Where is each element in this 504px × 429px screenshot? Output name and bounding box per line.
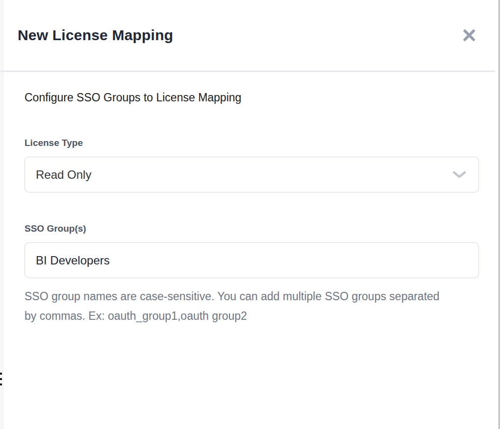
license-type-label: License Type	[25, 137, 478, 149]
window-edge-line	[499, 0, 500, 429]
sso-groups-input[interactable]	[25, 242, 479, 278]
license-type-select[interactable]: Read Only	[25, 157, 479, 192]
modal-title: New License Mapping	[18, 27, 173, 44]
right-gutter	[500, 0, 504, 429]
new-license-mapping-modal: New License Mapping Configure SSO Groups…	[3, 0, 499, 429]
sso-groups-label: SSO Group(s)	[25, 223, 478, 235]
background-list-icon	[0, 373, 2, 385]
screen: New License Mapping Configure SSO Groups…	[0, 0, 504, 429]
license-type-selected-value: Read Only	[36, 168, 91, 182]
close-button[interactable]	[458, 24, 480, 46]
background-page-sliver	[0, 0, 3, 429]
sso-groups-helper-text: SSO group names are case-sensitive. You …	[25, 286, 441, 326]
chevron-down-icon	[452, 170, 467, 179]
modal-body: Configure SSO Groups to License Mapping …	[3, 71, 499, 326]
modal-header: New License Mapping	[3, 0, 499, 71]
header-divider	[0, 71, 495, 72]
close-icon	[462, 28, 477, 43]
modal-subtitle: Configure SSO Groups to License Mapping	[25, 90, 478, 105]
